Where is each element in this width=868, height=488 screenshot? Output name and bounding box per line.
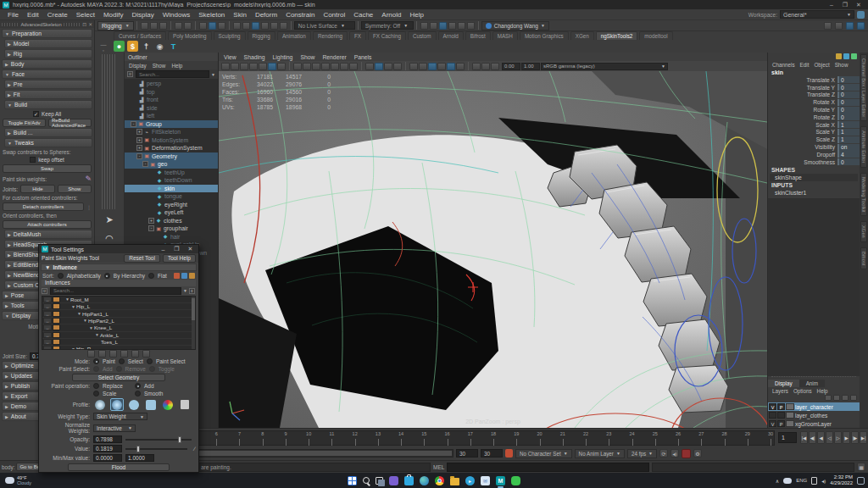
menu-select[interactable]: Select xyxy=(72,11,99,19)
playback-end-field[interactable]: 30 xyxy=(456,449,478,458)
character-set-dropdown[interactable]: No Character Set▼ xyxy=(515,449,572,458)
select-tool[interactable]: ➤ xyxy=(100,211,119,229)
weight-type-dropdown[interactable]: Skin Weight▼ xyxy=(93,413,147,420)
section-pre[interactable]: ▶Pre xyxy=(4,80,92,89)
channel-name[interactable]: Scale Y xyxy=(768,129,837,135)
shelf-tab-poly-modeling[interactable]: Poly Modeling xyxy=(168,31,212,40)
influence-filter-icon[interactable]: ⌑ xyxy=(42,288,47,294)
motion-blur-icon[interactable] xyxy=(437,63,446,70)
fps-dropdown[interactable]: 24 fps▼ xyxy=(627,449,657,458)
sidebar-tab-channel-box-layer-editor[interactable]: Channel Box / Layer Editor xyxy=(860,54,867,121)
influence-color-swatch[interactable] xyxy=(53,303,60,309)
value-field[interactable]: 0.1819 xyxy=(93,445,122,452)
min-value-field[interactable]: 0.0000 xyxy=(93,454,122,462)
go-to-start-button[interactable]: |◀ xyxy=(800,431,808,444)
reset-tool-button[interactable]: Reset Tool xyxy=(124,254,160,263)
influence-color-swatch[interactable] xyxy=(53,332,60,338)
sound-icon[interactable]: ◂) xyxy=(670,449,679,458)
collapse-icon[interactable]: - xyxy=(148,225,154,231)
sidebar-tab-modeling-toolkit[interactable]: Modeling Toolkit xyxy=(860,173,867,216)
channel-value-field[interactable]: 1 xyxy=(837,136,860,143)
task-view-button[interactable] xyxy=(376,477,383,485)
outliner-item-skin[interactable]: ◆skin xyxy=(125,185,218,193)
tray-expand-icon[interactable]: ∧ xyxy=(776,478,779,484)
workspace-lock-icon[interactable] xyxy=(857,11,865,19)
channel-name[interactable]: Scale X xyxy=(768,122,837,128)
opacity-slider[interactable] xyxy=(125,439,192,441)
toggle-tool-settings-icon[interactable] xyxy=(835,22,843,30)
channel-value-field[interactable]: 1 xyxy=(837,129,860,136)
section-deltamush[interactable]: ▶DeltaMush xyxy=(4,230,92,239)
render-settings-icon[interactable] xyxy=(439,22,447,30)
menu-cache[interactable]: Cache xyxy=(349,11,377,19)
menu-deform[interactable]: Deform xyxy=(251,11,281,19)
auto-key-icon[interactable] xyxy=(682,449,691,458)
shelf-tab-ngskintools2[interactable]: ngSkinTools2 xyxy=(596,31,637,40)
viewport-menu-panels[interactable]: Panels xyxy=(354,54,372,60)
attach-controllers-button[interactable]: Attach controllers xyxy=(3,220,92,229)
influence-color-swatch[interactable] xyxy=(53,346,60,349)
select-radio[interactable] xyxy=(119,358,125,364)
menu-skin[interactable]: Skin xyxy=(229,11,251,19)
exposure-field[interactable]: 0.00 xyxy=(502,63,520,70)
influence-search-input[interactable]: Search... xyxy=(50,287,181,295)
viewport-menu-lighting[interactable]: Lighting xyxy=(273,54,293,60)
channel-value-field[interactable]: 0 xyxy=(837,114,860,120)
snap-view-plane-icon[interactable] xyxy=(270,22,278,30)
grease-pencil-icon[interactable] xyxy=(277,63,286,70)
taskbar-clock[interactable]: 2:32 PM 4/29/2022 xyxy=(830,474,853,486)
shelf-tab-arnold[interactable]: Arnold xyxy=(438,31,464,40)
outliner-item-grouphair[interactable]: -▣grouphair xyxy=(125,225,218,233)
tool-settings-titlebar[interactable]: M Tool Settings – ❐ ✕ xyxy=(39,245,198,253)
new-scene-icon[interactable] xyxy=(141,22,148,30)
shelf-ngskintools-sphere[interactable]: ● xyxy=(114,41,125,52)
outliner-search-dropdown-icon[interactable]: ▼ xyxy=(211,72,215,77)
sidebar-tab-xgen[interactable]: XGen xyxy=(860,221,867,242)
shadows-icon[interactable] xyxy=(419,63,427,70)
brush-square-icon[interactable] xyxy=(144,398,158,411)
start-button[interactable] xyxy=(348,476,357,485)
2d-pan-zoom-icon[interactable] xyxy=(268,63,276,70)
section-face[interactable]: ▼Face xyxy=(2,69,92,79)
outliner-item-fitskeleton[interactable]: +⌁FitSkeleton xyxy=(125,128,218,136)
shelf-tab-fx-caching[interactable]: FX Caching xyxy=(368,31,406,40)
paint-marker-icon[interactable] xyxy=(109,350,117,358)
grid-icon[interactable] xyxy=(293,63,302,70)
maya-button[interactable]: M xyxy=(496,476,505,485)
outliner-item-eyeleft[interactable]: ◆eyeLeft xyxy=(125,208,218,217)
influence-color-swatch[interactable] xyxy=(53,324,60,330)
channel-value-field[interactable]: 1 xyxy=(837,121,860,128)
step-back-key-button[interactable]: ◀ xyxy=(817,431,825,444)
anim-layer-dropdown[interactable]: No Anim Layer▼ xyxy=(575,449,625,458)
weather-widget[interactable]: 49°FCloudy xyxy=(0,475,144,485)
shelf-ngskintools2-coin[interactable]: $ xyxy=(127,41,138,52)
layer-playback-toggle[interactable]: P xyxy=(777,420,785,427)
xray-icon[interactable] xyxy=(481,63,490,70)
menu-control[interactable]: Control xyxy=(319,11,349,19)
section-build[interactable]: ▼Build xyxy=(4,100,92,109)
add-radio[interactable] xyxy=(135,383,141,389)
section-rig[interactable]: ▶Rig xyxy=(4,49,92,58)
channel-value-field[interactable]: 0 xyxy=(837,84,860,91)
panel-pop-icon[interactable]: ⊡ xyxy=(82,22,86,27)
viewport-menu-shading[interactable]: Shading xyxy=(244,54,265,60)
outliner-item-persp[interactable]: ▟persp xyxy=(125,80,218,88)
influence-color-swatch[interactable] xyxy=(53,311,60,317)
hierarchy-view-icon[interactable] xyxy=(189,273,195,279)
outliner-item-eyeright[interactable]: ◆eyeRight xyxy=(125,201,218,209)
toggle-channel-box-icon[interactable] xyxy=(846,22,854,30)
layer-row-xggroomlayer[interactable]: VPxgGroomLayer xyxy=(768,419,860,428)
swap-button[interactable]: Swap xyxy=(3,164,92,173)
current-frame-field[interactable]: 1 xyxy=(778,432,797,443)
wechat-button[interactable] xyxy=(511,476,520,485)
brush-soft-icon[interactable] xyxy=(93,398,107,411)
snap-grid-icon[interactable] xyxy=(233,22,241,30)
shelf-tab-xgen[interactable]: XGen xyxy=(570,31,594,40)
language-indicator[interactable]: ENG xyxy=(796,478,807,483)
select-geometry-button[interactable]: Select Geometry xyxy=(72,374,165,381)
close-button[interactable]: ✕ xyxy=(185,246,196,252)
chevron-down-icon[interactable]: ▼ xyxy=(95,332,99,337)
channel-name[interactable]: Translate X xyxy=(768,77,837,83)
paint-select-radio[interactable] xyxy=(147,358,153,364)
brush-gaussian-icon[interactable] xyxy=(110,398,124,411)
